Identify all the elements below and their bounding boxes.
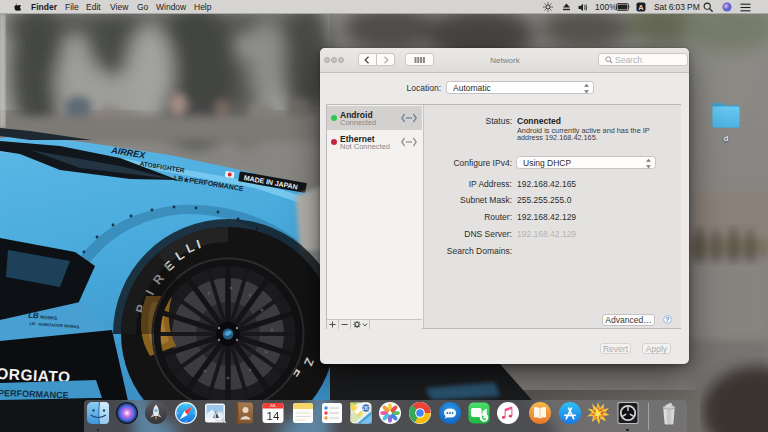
svg-text:280: 280 (362, 406, 370, 411)
svg-text:LB: LB (28, 311, 39, 321)
svg-text:A: A (638, 3, 644, 12)
svg-text:JUL: JUL (269, 403, 277, 408)
svg-text:14: 14 (267, 410, 280, 422)
